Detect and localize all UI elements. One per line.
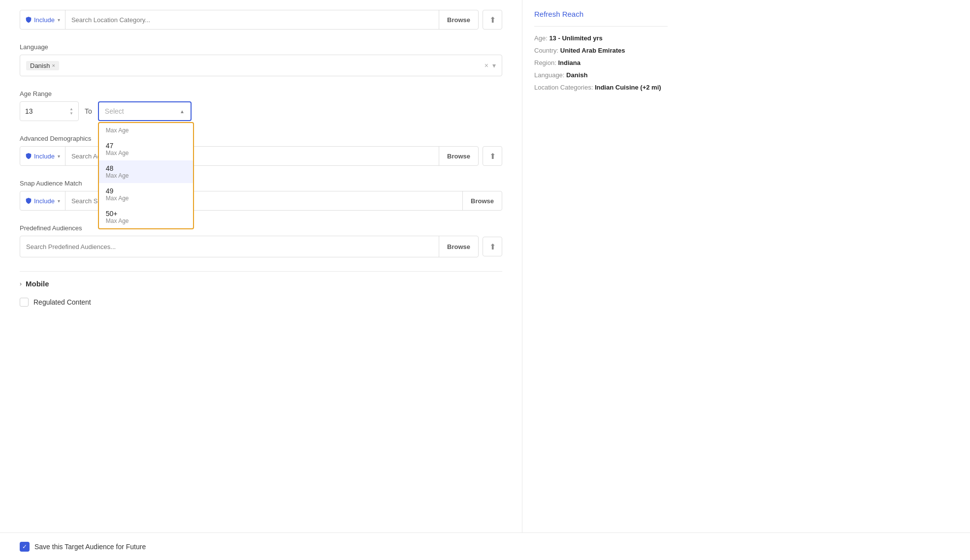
dropdown-item-50plus-number: 50+: [106, 210, 186, 218]
location-category-row: Include ▾ Browse ⬆: [20, 10, 502, 30]
age-min-decrement[interactable]: ▼: [69, 112, 73, 116]
snap-audience-label: Snap Audience Match: [20, 180, 502, 187]
sidebar-country-label: Country:: [534, 47, 558, 54]
location-include-badge[interactable]: Include ▾: [20, 10, 65, 29]
sidebar-region-label: Region:: [534, 59, 556, 66]
language-section-label: Language: [20, 43, 502, 51]
location-browse-button[interactable]: Browse: [439, 10, 478, 30]
language-tag-text: Danish: [30, 62, 50, 69]
advanced-include-box[interactable]: Include ▾ Browse: [20, 146, 479, 166]
age-spinners: ▲ ▼: [69, 107, 73, 116]
dropdown-item-48-sub: Max Age: [106, 172, 186, 179]
regulated-content-row: Regulated Content: [20, 298, 502, 307]
advanced-browse-button[interactable]: Browse: [439, 146, 478, 166]
advanced-chevron-down: ▾: [58, 154, 60, 159]
age-max-dropdown: Max Age 47 Max Age 48 Max Age 49 Max A: [98, 122, 194, 229]
predefined-search-input[interactable]: [20, 243, 439, 250]
advanced-include-badge[interactable]: Include ▾: [20, 147, 65, 165]
sidebar-location-label: Location Categories:: [534, 84, 593, 91]
snap-browse-button[interactable]: Browse: [462, 191, 502, 211]
snap-audience-row: Include ▾ Browse: [20, 191, 502, 211]
mobile-title: Mobile: [26, 280, 49, 288]
dropdown-item-47[interactable]: 47 Max Age: [99, 138, 193, 160]
dropdown-item-49-number: 49: [106, 187, 186, 195]
dropdown-item-50plus[interactable]: 50+ Max Age: [99, 206, 193, 228]
age-max-select-trigger[interactable]: Select ▲: [98, 101, 192, 121]
sidebar-location-value: Indian Cuisine (+2 mi): [595, 84, 661, 91]
save-label: Save this Target Audience for Future: [34, 543, 146, 551]
advanced-shield-icon: [25, 153, 32, 159]
sidebar-age-row: Age: 13 - Unlimited yrs: [534, 34, 668, 42]
language-clear-icon[interactable]: ×: [485, 62, 488, 69]
sidebar-country-value: United Arab Emirates: [560, 47, 625, 54]
sidebar-age-label: Age:: [534, 34, 548, 42]
age-min-input-box[interactable]: 13 ▲ ▼: [20, 101, 79, 121]
snap-include-label: Include: [34, 197, 55, 205]
advanced-upload-icon: ⬆: [489, 152, 496, 161]
save-checkbox[interactable]: ✓: [20, 542, 30, 552]
upload-icon: ⬆: [489, 15, 496, 25]
dropdown-item-47-sub: Max Age: [106, 150, 186, 156]
location-include-label: Include: [34, 16, 55, 24]
advanced-demographics-section: Advanced Demographics Include ▾ Browse ⬆: [20, 135, 502, 166]
sidebar-language-value: Danish: [566, 71, 587, 79]
age-range-label: Age Range: [20, 90, 502, 97]
refresh-reach-button[interactable]: Refresh Reach: [534, 10, 583, 18]
sidebar-language-row: Language: Danish: [534, 71, 668, 79]
dropdown-item-48[interactable]: 48 Max Age: [99, 160, 193, 183]
regulated-content-checkbox[interactable]: [20, 298, 29, 307]
language-section: Language Danish × × ▾: [20, 43, 502, 76]
dropdown-item-50plus-sub: Max Age: [106, 218, 186, 224]
predefined-browse-button[interactable]: Browse: [439, 236, 478, 257]
predefined-upload-icon: ⬆: [489, 242, 496, 251]
predefined-row: Browse ⬆: [20, 236, 502, 257]
shield-icon: [25, 16, 32, 23]
advanced-demographics-label: Advanced Demographics: [20, 135, 502, 142]
mobile-chevron-right: ›: [20, 280, 22, 287]
sidebar-language-label: Language:: [534, 71, 564, 79]
sidebar-info: Age: 13 - Unlimited yrs Country: United …: [534, 34, 668, 91]
sidebar-age-value: 13 - Unlimited yrs: [549, 34, 602, 42]
advanced-demographics-row: Include ▾ Browse ⬆: [20, 146, 502, 166]
age-range-row: 13 ▲ ▼ To Select ▲ Max A: [20, 101, 502, 121]
location-chevron-down: ▾: [58, 17, 60, 23]
predefined-label: Predefined Audiences: [20, 224, 502, 232]
age-min-increment[interactable]: ▲: [69, 107, 73, 111]
snap-include-box[interactable]: Include ▾ Browse: [20, 191, 502, 211]
dropdown-item-48-number: 48: [106, 164, 186, 172]
dropdown-item-49[interactable]: 49 Max Age: [99, 183, 193, 206]
age-range-section: Age Range 13 ▲ ▼ To Select ▲: [20, 90, 502, 121]
dropdown-header-item: Max Age: [99, 123, 193, 138]
dropdown-item-47-number: 47: [106, 142, 186, 150]
predefined-upload-button[interactable]: ⬆: [483, 237, 502, 256]
language-chevron-down[interactable]: ▾: [492, 62, 496, 69]
location-search-input[interactable]: [65, 16, 439, 24]
sidebar-region-value: Indiana: [558, 59, 581, 66]
regulated-content-label: Regulated Content: [33, 298, 91, 306]
bottom-bar: ✓ Save this Target Audience for Future: [0, 532, 970, 560]
sidebar: Refresh Reach Age: 13 - Unlimited yrs Co…: [522, 0, 679, 560]
to-label: To: [85, 107, 92, 115]
checkmark-icon: ✓: [22, 543, 27, 550]
sidebar-region-row: Region: Indiana: [534, 59, 668, 66]
sidebar-location-row: Location Categories: Indian Cuisine (+2 …: [534, 84, 668, 91]
snap-include-badge[interactable]: Include ▾: [20, 191, 65, 210]
language-controls: × ▾: [485, 62, 496, 69]
advanced-upload-button[interactable]: ⬆: [483, 146, 502, 166]
location-include-box[interactable]: Include ▾ Browse: [20, 10, 479, 30]
dropdown-item-49-sub: Max Age: [106, 195, 186, 202]
location-upload-button[interactable]: ⬆: [483, 10, 502, 30]
advanced-include-label: Include: [34, 153, 55, 160]
snap-chevron-down: ▾: [58, 198, 60, 204]
language-tags: Danish ×: [26, 61, 59, 70]
language-tag-close[interactable]: ×: [52, 62, 55, 68]
predefined-box[interactable]: Browse: [20, 236, 479, 257]
select-placeholder: Select: [105, 107, 124, 115]
predefined-section: Predefined Audiences Browse ⬆: [20, 224, 502, 257]
mobile-header[interactable]: › Mobile: [20, 280, 502, 288]
mobile-section: › Mobile: [20, 271, 502, 288]
language-box[interactable]: Danish × × ▾: [20, 55, 502, 76]
sidebar-divider: [534, 26, 668, 27]
age-max-select-wrapper: Select ▲ Max Age 47 Max Age 48: [98, 101, 192, 121]
language-tag-danish[interactable]: Danish ×: [26, 61, 59, 70]
